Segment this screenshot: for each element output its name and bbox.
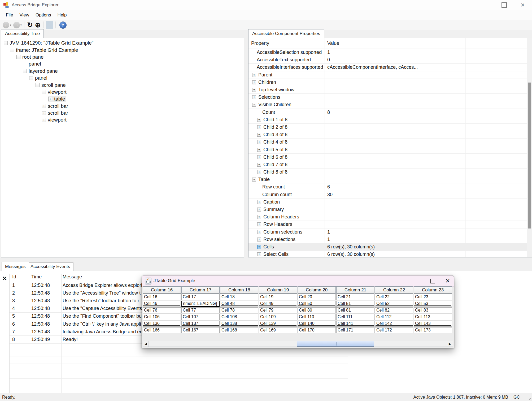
grid-cell[interactable]: nment=LEADING] [181, 301, 220, 307]
property-row[interactable]: + Selections [248, 93, 527, 101]
property-row[interactable]: − Visible Children [248, 101, 527, 108]
tree-node[interactable]: − JVM 1641290: "JTable Grid Example" [1, 40, 244, 46]
tree-expander-icon[interactable]: − [4, 41, 8, 45]
capture-events-button[interactable] [46, 21, 53, 29]
tab-messages[interactable]: Messages [2, 262, 29, 271]
grid-column-header[interactable]: Column 23 [414, 286, 452, 294]
property-row[interactable]: + Child 7 of 8 [248, 161, 527, 168]
close-button[interactable]: ✕ [513, 0, 532, 10]
grid-cell[interactable]: Cell 78 [220, 307, 258, 313]
tab-accessibility-events[interactable]: Accessibility Events [27, 262, 73, 271]
property-expander-icon[interactable]: + [257, 252, 261, 256]
property-row[interactable]: + Parent [248, 71, 527, 79]
grid-cell[interactable]: Cell 108 [220, 314, 258, 320]
grid-column-header[interactable]: Column 22 [375, 286, 413, 294]
grid-cell[interactable]: Cell 22 [375, 294, 413, 300]
grid-cell[interactable]: Cell 111 [336, 314, 374, 320]
jtable-maximize-button[interactable] [429, 278, 436, 284]
grid-cell[interactable]: Cell 113 [414, 314, 452, 320]
tree-expander-icon[interactable]: − [10, 48, 14, 52]
grid-column-header[interactable]: Column 19 [259, 286, 297, 294]
grid-cell[interactable]: Cell 21 [336, 294, 374, 300]
refresh-icon[interactable]: ↻ [27, 21, 33, 28]
grid-cell[interactable]: Cell 171 [336, 327, 374, 333]
property-row[interactable]: + Child 3 of 8 [248, 131, 527, 138]
resize-grip[interactable] [528, 397, 531, 400]
property-row[interactable]: + Row Headers [248, 221, 527, 228]
grid-cell[interactable]: Cell 17 [181, 294, 220, 300]
forward-dropdown-icon[interactable]: ▾ [20, 23, 22, 27]
tree-expander-icon[interactable]: − [36, 83, 40, 87]
time-column-header[interactable]: Time [31, 274, 42, 280]
tree-expander-icon[interactable]: + [42, 104, 46, 108]
tree-node[interactable]: − root pane [1, 54, 244, 61]
grid-cell[interactable]: Cell 19 [259, 294, 297, 300]
tree-expander-icon[interactable]: − [23, 69, 27, 73]
grid-cell[interactable]: Cell 140 [298, 321, 336, 327]
grid-cell[interactable]: Cell 77 [181, 307, 220, 313]
property-expander-icon[interactable]: + [257, 215, 261, 219]
grid-cell[interactable]: Cell 173 [414, 327, 452, 333]
grid-cell[interactable]: Cell 80 [298, 307, 336, 313]
property-expander-icon[interactable]: + [257, 140, 261, 144]
grid-cell[interactable]: Cell 166 [143, 327, 181, 333]
scrollbar-thumb[interactable] [528, 83, 531, 228]
tree-node[interactable]: + viewport [1, 117, 244, 123]
property-row[interactable]: + Child 6 of 8 [248, 153, 527, 161]
tree-node[interactable]: − layered pane [1, 68, 244, 75]
tree-node[interactable]: + table [1, 96, 244, 102]
property-row[interactable]: + Child 8 of 8 [248, 168, 527, 176]
grid-cell[interactable]: Cell 138 [220, 321, 258, 327]
properties-scrollbar[interactable] [527, 38, 532, 257]
grid-cell[interactable]: Cell 141 [336, 321, 374, 327]
property-row[interactable]: + Row selections 1 [248, 236, 527, 243]
message-column-header[interactable]: Message [63, 274, 82, 280]
scrollbar-thumb[interactable] [297, 341, 374, 347]
property-expander-icon[interactable]: + [257, 163, 261, 167]
menu-item[interactable]: Options [32, 11, 54, 19]
property-row[interactable]: Count 8 [248, 109, 527, 116]
menu-item[interactable]: File [3, 11, 16, 19]
property-row[interactable]: Row count 6 [248, 183, 527, 191]
property-expander-icon[interactable]: + [252, 80, 256, 84]
grid-column-header[interactable]: Column 21 [336, 286, 374, 294]
tree-expander-icon[interactable]: + [42, 118, 46, 122]
tree-expander-icon[interactable]: − [42, 90, 46, 94]
grid-column-header[interactable]: Column 17 [181, 286, 220, 294]
property-row[interactable]: AccessibleText supported 0 [248, 56, 527, 63]
grid-cell[interactable]: Cell 136 [143, 321, 181, 327]
grid-cell[interactable]: Cell 137 [181, 321, 220, 327]
forward-button[interactable]: → [13, 22, 20, 28]
tree-node[interactable]: + scroll bar [1, 103, 244, 110]
scrollbar-track[interactable] [149, 341, 447, 347]
tab-component-properties[interactable]: Accessible Component Properties [248, 29, 324, 38]
tree-expander-icon[interactable]: + [48, 97, 52, 101]
scroll-left-icon[interactable]: ◀ [143, 341, 149, 347]
menu-item[interactable]: View [16, 11, 32, 19]
property-row[interactable]: + Child 2 of 8 [248, 123, 527, 131]
tree-node[interactable]: panel [1, 61, 244, 67]
property-expander-icon[interactable]: − [252, 103, 256, 107]
property-expander-icon[interactable]: − [252, 178, 256, 182]
gc-button[interactable]: GC [513, 395, 520, 400]
menu-item[interactable]: Help [54, 11, 70, 19]
property-expander-icon[interactable]: + [257, 125, 261, 129]
property-expander-icon[interactable]: + [252, 88, 256, 92]
grid-cell[interactable]: Cell 82 [375, 307, 413, 313]
property-row[interactable]: + Column selections 1 [248, 228, 527, 236]
grid-cell[interactable]: Cell 107 [181, 314, 220, 320]
minimize-button[interactable] [476, 0, 495, 10]
property-expander-icon[interactable]: + [257, 148, 261, 152]
back-dropdown-icon[interactable]: ▾ [10, 23, 11, 27]
grid-cell[interactable]: Cell 51 [336, 301, 374, 307]
maximize-button[interactable] [495, 0, 513, 10]
grid-cell[interactable]: Cell 110 [298, 314, 336, 320]
grid-cell[interactable]: Cell 20 [298, 294, 336, 300]
property-expander-icon[interactable]: + [257, 133, 261, 137]
grid-cell[interactable]: Cell 53 [414, 301, 452, 307]
property-row[interactable]: + Children [248, 79, 527, 86]
property-row[interactable]: + Summary [248, 206, 527, 213]
help-button[interactable]: ? [59, 21, 67, 29]
property-expander-icon[interactable]: + [257, 170, 261, 174]
property-expander-icon[interactable]: + [257, 200, 261, 204]
